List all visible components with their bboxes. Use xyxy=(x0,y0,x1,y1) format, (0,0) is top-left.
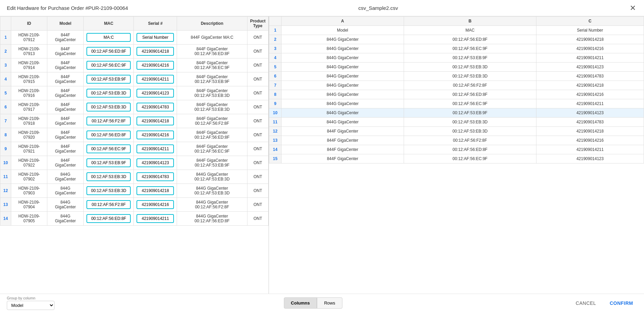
left-cell-serial[interactable] xyxy=(134,45,177,58)
left-cell-serial[interactable] xyxy=(134,198,177,212)
left-cell-serial[interactable] xyxy=(134,86,177,100)
left-cell-serial[interactable] xyxy=(134,212,177,226)
right-cell-b: 00:12:AF:56:ED:8F xyxy=(404,90,536,99)
mac-input[interactable] xyxy=(86,75,131,84)
left-cell-desc: 844F GigaCenter 00:12:AF:53:EB:3D xyxy=(177,86,247,100)
left-cell-serial[interactable] xyxy=(134,184,177,198)
left-table-wrapper[interactable]: ID Model MAC Serial # Description Produc… xyxy=(0,16,269,294)
serial-input[interactable] xyxy=(136,103,174,111)
rows-button[interactable]: Rows xyxy=(317,297,342,309)
mac-input[interactable] xyxy=(86,158,131,167)
left-row-num: 12 xyxy=(0,184,11,198)
left-cell-type: ONT xyxy=(247,142,268,156)
group-by-select[interactable]: Model MAC Serial # Description xyxy=(7,301,54,310)
serial-input[interactable] xyxy=(136,75,174,84)
columns-button[interactable]: Columns xyxy=(284,297,317,309)
left-row-num: 7 xyxy=(0,114,11,128)
right-cell-a: 844F GigaCenter xyxy=(281,154,404,163)
serial-input[interactable] xyxy=(136,131,174,139)
mac-input[interactable] xyxy=(86,33,131,42)
serial-input[interactable] xyxy=(136,172,174,181)
mac-input[interactable] xyxy=(86,103,131,111)
mac-input[interactable] xyxy=(86,117,131,125)
left-cell-mac[interactable] xyxy=(84,212,134,226)
right-cell-b: 00:12:AF:56:ED:8F xyxy=(404,145,536,154)
serial-input[interactable] xyxy=(136,47,174,56)
serial-input[interactable] xyxy=(136,158,174,167)
serial-input[interactable] xyxy=(136,200,174,209)
right-row-num: 14 xyxy=(269,145,281,154)
mac-input[interactable] xyxy=(86,89,131,98)
serial-input[interactable] xyxy=(136,33,174,42)
left-cell-mac[interactable] xyxy=(84,184,134,198)
close-button[interactable]: ✕ xyxy=(628,4,637,13)
left-cell-mac[interactable] xyxy=(84,198,134,212)
left-cell-serial[interactable] xyxy=(134,142,177,156)
left-cell-mac[interactable] xyxy=(84,142,134,156)
left-cell-mac[interactable] xyxy=(84,156,134,170)
mac-input[interactable] xyxy=(86,214,131,223)
mac-input[interactable] xyxy=(86,144,131,153)
left-cell-mac[interactable] xyxy=(84,114,134,128)
right-cell-c: 421909014123 xyxy=(536,154,644,163)
right-table: A B C 1 Model MAC Serial Number 2 844G G… xyxy=(269,16,644,163)
serial-input[interactable] xyxy=(136,214,174,223)
left-cell-serial[interactable] xyxy=(134,31,177,45)
left-cell-serial[interactable] xyxy=(134,72,177,86)
left-cell-mac[interactable] xyxy=(84,128,134,142)
serial-input[interactable] xyxy=(136,61,174,70)
left-cell-id: HDW-2109-07915 xyxy=(11,72,47,86)
left-col-mac: MAC xyxy=(84,17,134,31)
right-col-c: C xyxy=(536,17,644,26)
left-cell-serial[interactable] xyxy=(134,128,177,142)
left-cell-model: 844G GigaCenter xyxy=(47,212,84,226)
left-row-num: 14 xyxy=(0,212,11,226)
left-row-num: 10 xyxy=(0,156,11,170)
left-cell-serial[interactable] xyxy=(134,100,177,114)
left-cell-serial[interactable] xyxy=(134,170,177,184)
right-row-num: 15 xyxy=(269,154,281,163)
serial-input[interactable] xyxy=(136,89,174,98)
table-row: 3 HDW-2109-07914 844F GigaCenter 844F Gi… xyxy=(0,58,269,72)
table-row: 15 844F GigaCenter 00:12:AF:56:EC:9F 421… xyxy=(269,154,644,163)
mac-input[interactable] xyxy=(86,61,131,70)
left-cell-model: 844F GigaCenter xyxy=(47,72,84,86)
left-cell-mac[interactable] xyxy=(84,58,134,72)
left-cell-mac[interactable] xyxy=(84,86,134,100)
mac-input[interactable] xyxy=(86,200,131,209)
left-cell-id: HDW-2109-07905 xyxy=(11,212,47,226)
right-cell-a: 844G GigaCenter xyxy=(281,99,404,108)
left-cell-mac[interactable] xyxy=(84,72,134,86)
mac-input[interactable] xyxy=(86,131,131,139)
left-row-num: 11 xyxy=(0,170,11,184)
right-cell-a: 844G GigaCenter xyxy=(281,35,404,44)
right-cell-a: 844G GigaCenter xyxy=(281,53,404,63)
right-cell-a: 844G GigaCenter xyxy=(281,72,404,81)
table-row: 5 844G GigaCenter 00:12:AF:53:EB:3D 4219… xyxy=(269,63,644,72)
left-cell-id: HDW-2109-07916 xyxy=(11,86,47,100)
mac-input[interactable] xyxy=(86,47,131,56)
serial-input[interactable] xyxy=(136,117,174,125)
mac-input[interactable] xyxy=(86,172,131,181)
left-cell-id: HDW-2109-07902 xyxy=(11,170,47,184)
left-cell-mac[interactable] xyxy=(84,100,134,114)
right-table-wrapper[interactable]: A B C 1 Model MAC Serial Number 2 844G G… xyxy=(269,16,644,294)
left-cell-mac[interactable] xyxy=(84,170,134,184)
serial-input[interactable] xyxy=(136,144,174,153)
left-cell-serial[interactable] xyxy=(134,156,177,170)
left-cell-serial[interactable] xyxy=(134,114,177,128)
left-col-desc: Description xyxy=(177,17,247,31)
serial-input[interactable] xyxy=(136,186,174,195)
right-cell-c: 421909014783 xyxy=(536,118,644,127)
left-cell-mac[interactable] xyxy=(84,31,134,45)
table-row: 5 HDW-2109-07916 844F GigaCenter 844F Gi… xyxy=(0,86,269,100)
right-cell-b: 00:12:AF:56:F2:8F xyxy=(404,81,536,90)
col-row-buttons: Columns Rows xyxy=(284,297,342,309)
confirm-button[interactable]: CONFIRM xyxy=(606,298,637,309)
left-cell-serial[interactable] xyxy=(134,58,177,72)
left-cell-mac[interactable] xyxy=(84,45,134,58)
cancel-button[interactable]: CANCEL xyxy=(571,298,600,309)
left-cell-desc: 844F GigaCenter MA:C xyxy=(177,31,247,45)
mac-input[interactable] xyxy=(86,186,131,195)
top-bar: Edit Hardware for Purchase Order #PUR-21… xyxy=(0,0,644,16)
